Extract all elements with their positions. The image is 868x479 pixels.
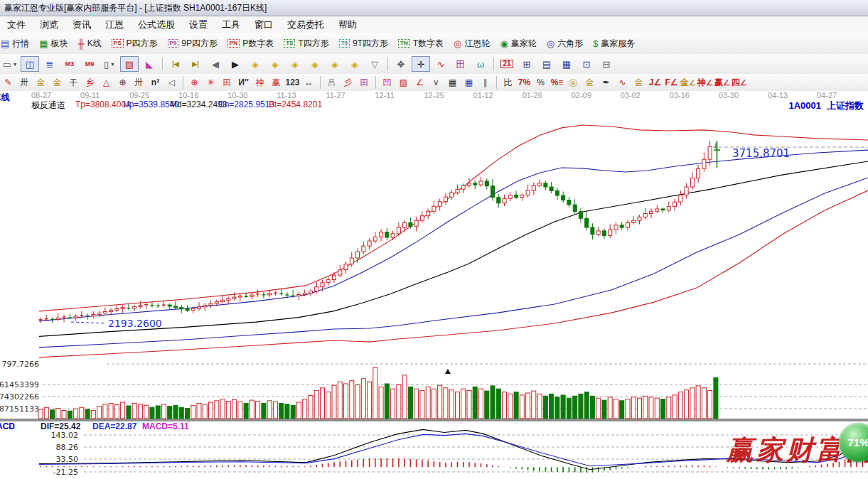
symbol-code: 1A0001	[788, 100, 821, 111]
symbol-name: 上证指数	[827, 100, 864, 111]
macd-header: MACD DIF=25.42 DEA=22.87 MACD=5.11	[0, 421, 868, 432]
app-window: 赢家江恩专业版[赢家内部服务平台] - [上证指数 SH1A0001-167日K…	[0, 0, 868, 479]
volume-axis-3: 187151133	[0, 404, 39, 414]
volume-peak-marker	[445, 369, 451, 374]
macd-dif-value: DIF=25.42	[41, 421, 80, 431]
macd-axis-2: 33.50	[56, 455, 79, 464]
tab-kline[interactable]: K线	[0, 92, 10, 104]
start-low-label: 2193.2600	[108, 318, 162, 329]
volume-axis-0: 797.7266	[2, 360, 40, 369]
macd-dea-value: DEA=22.87	[92, 421, 136, 431]
macd-macd-value: MACD=5.11	[142, 421, 189, 431]
current-price-label: 3715.8701	[732, 147, 790, 160]
macd-axis-1: 88.26	[56, 443, 79, 452]
macd-plot	[39, 429, 868, 472]
macd-title[interactable]: MACD	[0, 421, 15, 431]
volume-axis-2: 374302266	[0, 392, 39, 402]
channel-lines	[39, 125, 868, 357]
chart-canvas[interactable]: 3715.8701 2193.2600 797.7266 561453399 3…	[0, 0, 868, 479]
start-low-pointer	[71, 322, 106, 323]
macd-axis-3: -21.25	[53, 468, 78, 477]
volume-axis-1: 561453399	[0, 380, 39, 389]
volume-bars	[38, 367, 718, 419]
symbol-label: 1A0001上证指数	[788, 99, 864, 112]
candlesticks	[39, 141, 718, 323]
